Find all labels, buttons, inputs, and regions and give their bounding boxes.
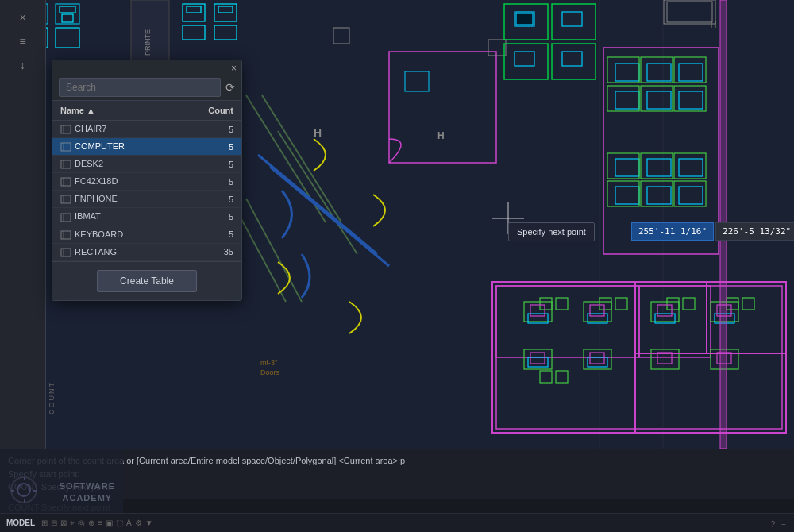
table-row[interactable]: DESK25 — [52, 156, 241, 173]
command-line-2: Specify start point: — [8, 468, 786, 481]
block-icon — [60, 176, 75, 186]
workspace-icon[interactable]: ⚙ — [135, 519, 142, 527]
block-icon — [60, 141, 75, 151]
svg-text:H: H — [711, 20, 717, 29]
minimize-icon[interactable]: − — [781, 520, 786, 529]
svg-rect-127 — [61, 231, 71, 239]
svg-rect-121 — [61, 178, 71, 186]
create-table-button[interactable]: Create Table — [97, 270, 197, 292]
svg-text:H: H — [314, 126, 322, 139]
panel-close-button[interactable]: × — [231, 64, 237, 73]
svg-rect-119 — [61, 160, 71, 168]
svg-rect-115 — [61, 125, 71, 133]
block-name-cell: FC42X18D — [52, 173, 177, 191]
otrack-icon[interactable]: ⊕ — [88, 519, 94, 527]
specify-tooltip: Specify next point — [508, 222, 595, 241]
block-name-cell: COMPUTER — [52, 138, 177, 156]
table-row[interactable]: COMPUTER5 — [52, 138, 241, 156]
close-icon[interactable]: × — [10, 6, 36, 29]
block-name-text: COMPUTER — [75, 141, 125, 151]
menu-icon[interactable]: ≡ — [10, 30, 36, 52]
y-coordinate: 226'-5 13/32" — [715, 222, 794, 241]
lineweight-icon[interactable]: ≡ — [98, 519, 102, 527]
block-name-text: FNPHONE — [75, 194, 118, 203]
table-row[interactable]: FC42X18D5 — [52, 173, 241, 191]
x-coordinate: 255'-11 1/16" — [631, 222, 714, 241]
block-name-cell: CHAIR7 — [52, 121, 177, 138]
block-name-text: KEYBOARD — [75, 229, 123, 239]
left-sidebar: × ≡ ↕ — [0, 0, 46, 449]
panel-search-row: ⟳ — [52, 75, 241, 101]
table-row[interactable]: KEYBOARD5 — [52, 226, 241, 243]
svg-point-132 — [17, 484, 30, 496]
block-icon — [60, 124, 75, 133]
block-name-text: IBMAT — [75, 211, 101, 221]
search-input[interactable] — [59, 78, 221, 97]
block-count-cell: 5 — [177, 156, 241, 173]
block-name-text: RECTANG — [75, 247, 117, 256]
block-icon — [60, 211, 75, 221]
ortho-icon[interactable]: ⊠ — [60, 519, 67, 527]
logo-gear — [8, 474, 40, 509]
search-refresh-icon[interactable]: ⟳ — [225, 81, 235, 94]
logo-area: SOFTWARE ACADEMY — [0, 449, 123, 513]
block-table: Name ▲ Count CHAIR75COMPUTER5DESK25FC42X… — [52, 101, 241, 261]
svg-text:Doors: Doors — [260, 368, 280, 376]
block-name-cell: FNPHONE — [52, 191, 177, 208]
selection-icon[interactable]: ⬚ — [116, 519, 123, 527]
table-row[interactable]: CHAIR75 — [52, 121, 241, 138]
osnap-icon[interactable]: ◎ — [78, 519, 85, 527]
svg-rect-125 — [61, 214, 71, 222]
block-count-cell: 5 — [177, 173, 241, 191]
panel-footer: Create Table — [52, 261, 241, 300]
block-name-cell: DESK2 — [52, 156, 177, 173]
block-count-cell: 5 — [177, 121, 241, 138]
block-icon — [60, 159, 75, 168]
panel-header: × — [52, 60, 241, 75]
coordinate-display: 255'-11 1/16" 226'-5 13/32" — [631, 222, 794, 241]
grid-icon[interactable]: ⊞ — [41, 519, 48, 527]
annotation-icon[interactable]: A — [126, 519, 132, 527]
block-icon — [60, 194, 75, 203]
status-bar: MODEL ⊞ ⊟ ⊠ ⌖ ◎ ⊕ ≡ ▣ ⬚ A ⚙ ▼ ? − — [0, 513, 794, 532]
block-count-cell: 5 — [177, 138, 241, 156]
command-line-3: COUNT Specify next point — [8, 480, 786, 494]
svg-text:H: H — [437, 130, 445, 141]
count-label: COUNT — [48, 381, 56, 414]
block-count-cell: 35 — [177, 243, 241, 260]
polar-icon[interactable]: ⌖ — [70, 519, 75, 528]
table-row[interactable]: FNPHONE5 — [52, 191, 241, 208]
transparency-icon[interactable]: ▣ — [106, 519, 113, 527]
svg-rect-77 — [516, 13, 533, 25]
status-icons: ⊞ ⊟ ⊠ ⌖ ◎ ⊕ ≡ ▣ ⬚ A ⚙ ▼ — [41, 519, 152, 528]
svg-point-131 — [11, 477, 37, 503]
command-line-1: Corner point of the count area or [Curre… — [8, 454, 786, 468]
svg-rect-129 — [61, 249, 71, 256]
block-name-text: FC42X18D — [75, 176, 118, 186]
snap-icon[interactable]: ⊟ — [51, 519, 57, 527]
logo-text: SOFTWARE ACADEMY — [60, 480, 115, 503]
svg-rect-123 — [61, 195, 71, 203]
block-icon — [60, 229, 75, 239]
count-column-header[interactable]: Count — [177, 101, 241, 121]
block-count-cell: 5 — [177, 191, 241, 208]
block-count-cell: 5 — [177, 226, 241, 243]
block-icon — [60, 247, 75, 256]
name-column-header[interactable]: Name ▲ — [52, 101, 177, 121]
svg-text:mt-3°: mt-3° — [260, 359, 278, 367]
table-row[interactable]: IBMAT5 — [52, 208, 241, 226]
help-icon[interactable]: ? — [771, 520, 776, 529]
block-name-cell: RECTANG — [52, 243, 177, 260]
block-count-panel: × ⟳ Name ▲ Count CHAIR75COMPUTER5DESK25F… — [52, 60, 242, 301]
block-name-text: DESK2 — [75, 159, 103, 168]
table-row[interactable]: RECTANG35 — [52, 243, 241, 260]
right-status-icons: ? − — [771, 520, 786, 529]
block-count-cell: 5 — [177, 208, 241, 226]
resize-icon[interactable]: ↕ — [10, 54, 36, 76]
units-icon[interactable]: ▼ — [145, 519, 153, 527]
svg-rect-117 — [61, 143, 71, 151]
block-name-cell: IBMAT — [52, 208, 177, 226]
command-input[interactable] — [8, 503, 786, 512]
block-name-cell: KEYBOARD — [52, 226, 177, 243]
model-label[interactable]: MODEL — [6, 519, 35, 527]
